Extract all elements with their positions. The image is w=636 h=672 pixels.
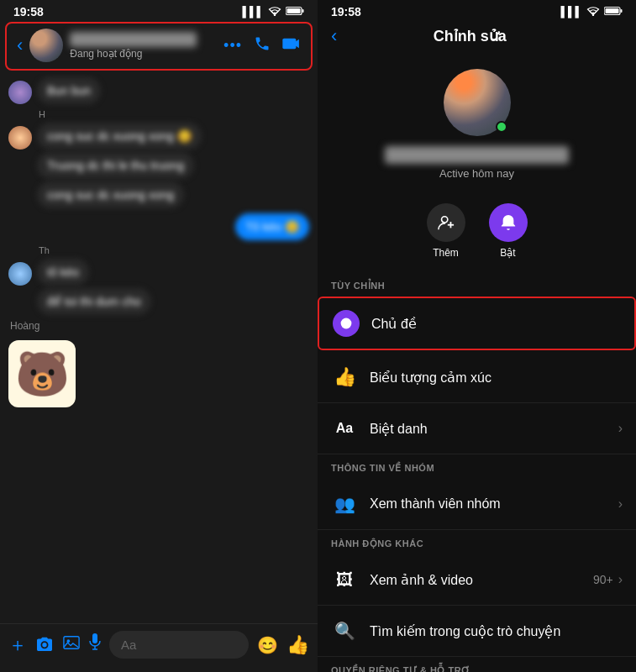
message-bubble: để toi thi dum cho: [37, 288, 151, 315]
msg-row: để toi thi dum cho: [37, 288, 309, 315]
menu-item-chu-de[interactable]: Chủ đề: [318, 297, 636, 350]
svg-rect-12: [621, 9, 623, 13]
svg-point-4: [42, 643, 46, 647]
section-label-nhom: THÔNG TIN VỀ NHÓM: [318, 454, 636, 479]
sticker: 🐻: [8, 340, 76, 407]
signal-icon: ▌▌▌: [242, 6, 264, 18]
time-left: 19:58: [13, 5, 44, 18]
profile-name: Quản trị tác nghiệp - D01: [385, 146, 569, 164]
notification-button[interactable]: Bật: [489, 203, 528, 259]
msg-row: Bun bun: [8, 77, 309, 104]
msg-row: cong suc dc xuong xong 😊: [8, 123, 309, 150]
sticker-row: 🐻: [8, 337, 309, 411]
add-member-icon: [427, 203, 465, 242]
svg-rect-5: [64, 636, 79, 648]
bieu-tuong-icon: 👍: [331, 364, 358, 391]
msg-row-sent: Tô kéo 😊: [8, 213, 309, 240]
edit-title: Chỉnh sửa: [434, 27, 507, 45]
chat-header-icons: •••: [223, 35, 301, 56]
chat-status: Đang hoạt động: [70, 48, 223, 60]
status-icons-right: ▌▌▌: [560, 6, 623, 18]
msg-row: Truong dc thi le thu truong: [37, 152, 309, 179]
menu-list-nhom: 👥 Xem thành viên nhóm ›: [318, 479, 636, 530]
edit-header: ‹ Chỉnh sửa: [318, 22, 636, 55]
back-button-left[interactable]: ‹: [17, 34, 23, 56]
xem-anh-icon: 🖼: [331, 566, 358, 593]
like-button[interactable]: 👍: [286, 634, 309, 656]
tim-kiem-icon: 🔍: [331, 617, 358, 644]
avatar: [8, 81, 32, 104]
xem-thanh-vien-text: Xem thành viên nhóm: [370, 496, 618, 512]
xem-thanh-vien-icon: 👥: [331, 491, 358, 517]
msg-row: cong suc dc xuong xong: [37, 181, 309, 208]
svg-rect-7: [92, 633, 97, 643]
left-panel: 19:58 ▌▌▌ ‹ Quản trị tác nghiệp... Đang …: [0, 0, 318, 672]
photo-count-badge: 90+: [593, 573, 613, 586]
svg-point-14: [441, 217, 447, 223]
wifi-icon: [268, 6, 281, 18]
section-label-hanh-dong: HÀNH ĐỘNG KHÁC: [318, 530, 636, 554]
input-placeholder: Aa: [121, 638, 136, 652]
profile-avatar-wrap: [444, 69, 511, 136]
menu-list-hanh-dong: 🖼 Xem ảnh & video 90+ › 🔍 Tìm kiếm trong…: [318, 554, 636, 657]
chu-de-icon: [333, 310, 360, 337]
online-indicator: [496, 121, 507, 133]
message-bubble: cong suc dc xuong xong 😊: [37, 123, 202, 150]
biet-danh-prefix: Aa: [331, 415, 358, 442]
avatar: [8, 262, 32, 286]
add-member-label: Thêm: [433, 247, 459, 259]
menu-item-xem-thanh-vien[interactable]: 👥 Xem thành viên nhóm ›: [318, 479, 636, 530]
video-icon[interactable]: [282, 37, 301, 55]
menu-item-xem-anh[interactable]: 🖼 Xem ảnh & video 90+ ›: [318, 554, 636, 606]
add-icon[interactable]: ＋: [8, 633, 27, 658]
phone-icon[interactable]: [254, 35, 271, 56]
message-bubble: Truong dc thi le thu truong: [37, 152, 194, 179]
message-bubble: tô kéo: [37, 259, 89, 286]
section-label-quyen: QUYỀN RIÊNG TƯ & HỖ TRỢ: [318, 657, 636, 672]
chevron-icon: ›: [618, 421, 623, 436]
chat-header: ‹ Quản trị tác nghiệp... Đang hoạt động …: [5, 22, 313, 71]
chat-name-text: Quản trị tác nghiệp...: [70, 32, 196, 47]
input-bar: ＋ Aa 😊 👍: [0, 623, 318, 672]
message-bubble: Bun bun: [37, 77, 101, 104]
chevron-icon-2: ›: [618, 496, 623, 512]
time-right: 19:58: [331, 5, 361, 18]
signal-icon-right: ▌▌▌: [560, 6, 582, 18]
photo-icon[interactable]: [62, 634, 81, 656]
svg-rect-13: [606, 8, 619, 13]
add-member-button[interactable]: Thêm: [427, 203, 465, 259]
menu-item-biet-danh[interactable]: Aa Biệt danh ›: [318, 403, 636, 454]
sender-label: H: [39, 109, 309, 119]
svg-rect-3: [287, 8, 301, 13]
menu-item-tim-kiem[interactable]: 🔍 Tìm kiếm trong cuộc trò chuyện: [318, 606, 636, 657]
msg-group-2: H cong suc dc xuong xong 😊 Truong dc thi…: [8, 109, 309, 208]
notification-icon: [489, 203, 528, 242]
chu-de-text: Chủ đề: [371, 316, 621, 332]
svg-rect-2: [302, 9, 304, 13]
menu-item-bieu-tuong[interactable]: 👍 Biểu tượng cảm xúc: [318, 352, 636, 403]
message-input-field[interactable]: Aa: [109, 631, 249, 659]
battery-icon: [286, 6, 304, 18]
biet-danh-text: Biệt danh: [370, 421, 618, 437]
sender-label: Th: [39, 245, 309, 255]
chat-info: Quản trị tác nghiệp... Đang hoạt động: [70, 32, 223, 60]
status-icons-left: ▌▌▌: [242, 6, 304, 18]
more-options-button[interactable]: •••: [223, 37, 242, 55]
profile-active-status: Active hôm nay: [439, 167, 514, 180]
messages-area: Bun bun H cong suc dc xuong xong 😊 Truon…: [0, 74, 318, 623]
camera-icon[interactable]: [35, 634, 54, 656]
xem-anh-text: Xem ảnh & video: [370, 572, 593, 588]
message-bubble: cong suc dc xuong xong: [37, 181, 184, 208]
chat-avatar: [29, 29, 63, 62]
profile-section: Quản trị tác nghiệp - D01 Active hôm nay: [318, 55, 636, 197]
right-panel: 19:58 ▌▌▌ ‹ Chỉnh sửa Quản trị tác nghiệ…: [318, 0, 636, 672]
svg-point-17: [341, 318, 352, 329]
emoji-icon[interactable]: 😊: [257, 635, 278, 655]
chevron-icon-3: ›: [618, 572, 623, 587]
mic-icon[interactable]: [89, 633, 101, 657]
bieu-tuong-text: Biểu tượng cảm xúc: [370, 370, 623, 386]
back-button-right[interactable]: ‹: [331, 25, 337, 47]
msg-group-1: Bun bun: [8, 77, 309, 104]
action-buttons: Thêm Bật: [318, 197, 636, 272]
menu-list-tuy-chinh: Chủ đề 👍 Biểu tượng cảm xúc Aa Biệt danh…: [318, 297, 636, 454]
